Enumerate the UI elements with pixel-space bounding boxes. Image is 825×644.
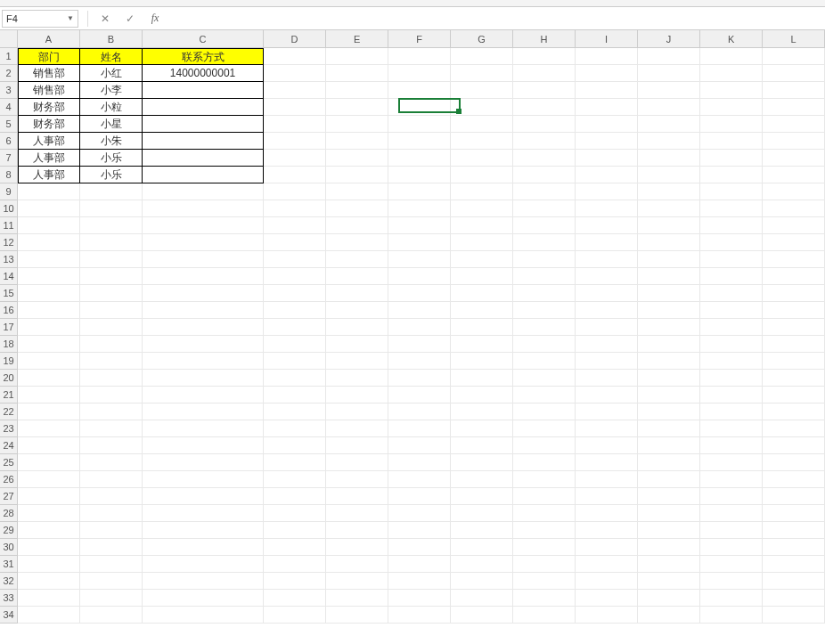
cell[interactable] — [264, 590, 326, 607]
cell[interactable] — [513, 319, 576, 336]
cell[interactable] — [143, 285, 264, 302]
cell[interactable] — [638, 200, 700, 217]
cell[interactable] — [700, 607, 763, 624]
cell[interactable] — [576, 573, 638, 590]
cell[interactable] — [763, 65, 825, 82]
cell[interactable]: 小乐 — [80, 167, 143, 183]
row-header-33[interactable]: 33 — [0, 590, 18, 607]
cell[interactable] — [700, 590, 763, 607]
cell[interactable] — [18, 302, 80, 319]
cell[interactable] — [576, 505, 638, 522]
row-header-21[interactable]: 21 — [0, 387, 18, 404]
cell[interactable] — [388, 539, 451, 556]
cell[interactable] — [143, 488, 264, 505]
cell[interactable] — [700, 234, 763, 251]
cell[interactable] — [18, 607, 80, 624]
cell[interactable] — [763, 488, 825, 505]
cell[interactable] — [763, 302, 825, 319]
cell[interactable] — [451, 183, 513, 200]
cell[interactable] — [451, 268, 513, 285]
cell[interactable] — [18, 183, 80, 200]
cell[interactable] — [326, 336, 388, 353]
cell[interactable] — [576, 167, 638, 183]
cell[interactable] — [700, 167, 763, 183]
cell[interactable] — [18, 370, 80, 387]
cell[interactable] — [264, 82, 326, 99]
row-header-31[interactable]: 31 — [0, 556, 18, 573]
cell[interactable] — [576, 404, 638, 420]
cell[interactable] — [18, 539, 80, 556]
cancel-icon[interactable]: ✕ — [97, 12, 113, 25]
cell[interactable] — [576, 150, 638, 167]
cell[interactable] — [451, 251, 513, 268]
cell[interactable] — [18, 200, 80, 217]
cell[interactable] — [763, 420, 825, 437]
cell[interactable] — [80, 505, 143, 522]
cell[interactable] — [576, 488, 638, 505]
cell[interactable] — [638, 404, 700, 420]
cell[interactable] — [326, 200, 388, 217]
cell[interactable] — [513, 556, 576, 573]
cell[interactable] — [763, 268, 825, 285]
cell[interactable] — [264, 183, 326, 200]
cell[interactable] — [513, 573, 576, 590]
cell[interactable] — [451, 420, 513, 437]
cell[interactable] — [80, 437, 143, 454]
cell[interactable] — [388, 200, 451, 217]
cell[interactable] — [513, 336, 576, 353]
cell[interactable] — [388, 370, 451, 387]
cell[interactable] — [576, 217, 638, 234]
cell[interactable] — [451, 65, 513, 82]
cell[interactable] — [326, 99, 388, 116]
cell[interactable] — [326, 420, 388, 437]
cell[interactable] — [451, 150, 513, 167]
row-header-15[interactable]: 15 — [0, 285, 18, 302]
cell[interactable] — [326, 302, 388, 319]
cell[interactable]: 小李 — [80, 82, 143, 99]
row-header-19[interactable]: 19 — [0, 353, 18, 370]
cell[interactable]: 小乐 — [80, 150, 143, 167]
cell[interactable]: 小星 — [80, 116, 143, 133]
cell[interactable] — [700, 505, 763, 522]
cell[interactable] — [264, 539, 326, 556]
cell[interactable] — [763, 539, 825, 556]
formula-input[interactable] — [170, 10, 825, 28]
row-header-8[interactable]: 8 — [0, 167, 18, 183]
cell[interactable]: 小粒 — [80, 99, 143, 116]
cell[interactable] — [143, 268, 264, 285]
cell[interactable] — [576, 116, 638, 133]
cell[interactable] — [576, 420, 638, 437]
cell[interactable] — [18, 454, 80, 471]
cell[interactable] — [388, 556, 451, 573]
cell[interactable]: 14000000001 — [143, 65, 264, 82]
cell[interactable] — [388, 336, 451, 353]
cell[interactable] — [451, 573, 513, 590]
cell[interactable] — [264, 488, 326, 505]
cell[interactable] — [80, 302, 143, 319]
cell[interactable] — [513, 488, 576, 505]
row-header-24[interactable]: 24 — [0, 437, 18, 454]
cell[interactable] — [513, 133, 576, 150]
cell[interactable] — [80, 217, 143, 234]
cell[interactable] — [700, 217, 763, 234]
cell[interactable] — [143, 217, 264, 234]
cell[interactable] — [513, 420, 576, 437]
cell[interactable] — [513, 471, 576, 488]
cell[interactable] — [326, 471, 388, 488]
cell[interactable] — [326, 217, 388, 234]
cell[interactable] — [451, 285, 513, 302]
row-header-4[interactable]: 4 — [0, 99, 18, 116]
cell[interactable] — [388, 573, 451, 590]
cell[interactable]: 姓名 — [80, 48, 143, 65]
cell[interactable] — [143, 522, 264, 539]
cell[interactable] — [388, 505, 451, 522]
cell[interactable] — [763, 251, 825, 268]
cell[interactable] — [638, 539, 700, 556]
cell[interactable] — [326, 590, 388, 607]
cell[interactable] — [700, 556, 763, 573]
cell[interactable] — [80, 353, 143, 370]
cell[interactable] — [638, 150, 700, 167]
cell[interactable] — [451, 522, 513, 539]
cell[interactable] — [388, 437, 451, 454]
cell[interactable] — [451, 319, 513, 336]
